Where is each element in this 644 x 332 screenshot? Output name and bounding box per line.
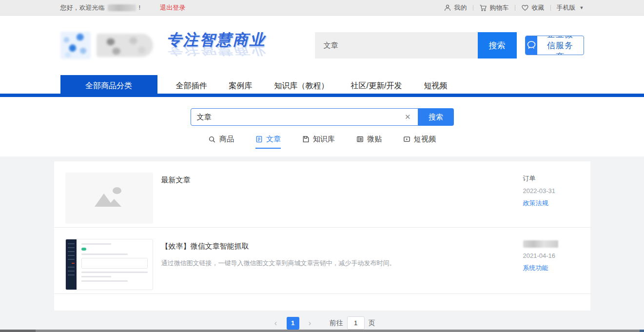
- header-search-input[interactable]: [315, 32, 478, 59]
- result-search-button[interactable]: 搜索: [418, 108, 454, 126]
- result-description: 通过微信图文链接，一键导入微信图文文章到商城文章营销中，减少手动发布时间。: [161, 258, 523, 268]
- heart-icon: [521, 4, 529, 12]
- goto-label: 前往: [330, 319, 343, 328]
- tab-goods[interactable]: 商品: [208, 135, 234, 149]
- result-title[interactable]: 最新文章: [161, 176, 523, 185]
- search-icon: [208, 136, 216, 143]
- video-icon: [403, 136, 410, 143]
- result-search-field: ✕: [191, 108, 418, 126]
- wecom-service-button[interactable]: 企业微信服务商: [525, 36, 584, 55]
- tab-goods-label: 商品: [219, 135, 234, 144]
- tab-posts[interactable]: 微贴: [356, 135, 382, 149]
- nav-item-shortvideo[interactable]: 短视频: [424, 81, 447, 91]
- goto-page-input[interactable]: [347, 316, 365, 330]
- tab-shortvideo[interactable]: 短视频: [403, 135, 436, 149]
- thumbnail-admin-sidebar: [66, 239, 77, 290]
- mobile-version-menu[interactable]: 手机版 ▼: [557, 3, 584, 12]
- result-2-thumbnail: [65, 239, 153, 290]
- clear-icon[interactable]: ✕: [404, 113, 412, 121]
- knowledge-icon: [302, 136, 310, 143]
- result-search-input[interactable]: [197, 113, 404, 121]
- greeting: 您好，欢迎光临 ! 退出登录: [60, 3, 186, 12]
- result-row-2[interactable]: 【效率】微信文章智能抓取 通过微信图文链接，一键导入微信图文文章到商城文章营销中…: [54, 228, 590, 294]
- blurred-username: [108, 4, 136, 11]
- blurred-category: [523, 240, 558, 248]
- mobile-version-label: 手机版: [557, 3, 576, 12]
- tab-posts-label: 微贴: [367, 135, 382, 144]
- result-date: 2022-03-31: [523, 187, 583, 195]
- user-icon: [444, 4, 451, 12]
- blurred-logo-name: [97, 34, 153, 57]
- prev-page-icon[interactable]: ‹: [269, 317, 283, 330]
- thumbnail-admin-form: [77, 239, 153, 290]
- tab-knowledge[interactable]: 知识库: [302, 135, 335, 149]
- greeting-prefix: 您好，欢迎光临: [60, 3, 105, 12]
- bottom-strip: [0, 330, 644, 332]
- wecom-service-label: 企业微信服务商: [537, 36, 584, 55]
- bottom-strip-middle: [36, 330, 640, 332]
- topbar-divider: [515, 5, 515, 11]
- nav-all-categories[interactable]: 全部商品分类: [60, 75, 157, 97]
- next-page-icon[interactable]: ›: [303, 317, 317, 330]
- search-section: ✕ 搜索 商品 文章 知: [0, 97, 644, 156]
- topbar-divider: [550, 5, 551, 11]
- bottom-strip-left: [0, 330, 36, 332]
- result-date: 2021-04-16: [523, 252, 583, 259]
- nav-item-cases[interactable]: 案例库: [229, 81, 253, 91]
- nav-item-community[interactable]: 社区/更新/开发: [351, 81, 402, 91]
- my-account-link[interactable]: 我的: [444, 3, 467, 12]
- brand-slogan: 专注智慧商业 专注智慧商业: [167, 32, 266, 59]
- image-placeholder-icon: [92, 185, 126, 212]
- brand-slogan-reflection: 专注智慧商业: [167, 46, 266, 57]
- result-1-thumbnail: [65, 173, 153, 224]
- tab-shortvideo-label: 短视频: [414, 135, 436, 144]
- results-card: 最新文章 订单 2022-03-31 政策法规: [54, 161, 590, 311]
- result-category: 订单: [523, 174, 583, 183]
- card-footer-spacer: [54, 294, 590, 311]
- page-number-1[interactable]: 1: [287, 317, 299, 330]
- result-tag-link[interactable]: 政策法规: [523, 199, 583, 208]
- result-row-1[interactable]: 最新文章 订单 2022-03-31 政策法规: [54, 161, 590, 228]
- cart-icon: [479, 4, 487, 12]
- logout-link[interactable]: 退出登录: [160, 3, 185, 12]
- article-icon: [255, 136, 263, 143]
- tab-knowledge-label: 知识库: [313, 135, 335, 144]
- cart-link[interactable]: 购物车: [479, 3, 509, 12]
- cart-label: 购物车: [490, 3, 509, 12]
- topbar: 您好，欢迎光临 ! 退出登录 我的 购物车: [0, 0, 644, 16]
- result-type-tabs: 商品 文章 知识库 微贴: [0, 135, 644, 149]
- topbar-divider: [473, 5, 473, 11]
- post-icon: [356, 136, 364, 143]
- page-unit-label: 页: [369, 319, 375, 328]
- caret-down-icon: ▼: [580, 5, 584, 10]
- header-search: 搜索: [315, 32, 517, 59]
- header-search-button[interactable]: 搜索: [478, 32, 517, 59]
- favorites-link[interactable]: 收藏: [521, 3, 545, 12]
- tab-articles-label: 文章: [266, 135, 281, 144]
- result-title[interactable]: 【效率】微信文章智能抓取: [161, 242, 523, 251]
- bottom-strip-right: [640, 330, 644, 332]
- nav-item-knowledge[interactable]: 知识库（教程）: [274, 81, 329, 91]
- main-navbar: 全部商品分类 全部插件 案例库 知识库（教程） 社区/更新/开发 短视频: [0, 75, 644, 97]
- site-header: 专注智慧商业 专注智慧商业 搜索 企业微信服务商: [0, 16, 644, 75]
- site-logo[interactable]: [60, 32, 153, 59]
- my-account-label: 我的: [454, 3, 467, 12]
- favorites-label: 收藏: [532, 3, 545, 12]
- results-area: 最新文章 订单 2022-03-31 政策法规: [0, 156, 644, 330]
- blurred-logo-mark: [60, 32, 91, 59]
- nav-item-plugins[interactable]: 全部插件: [176, 81, 207, 91]
- result-tag-link[interactable]: 系统功能: [523, 264, 583, 273]
- pagination: ‹ 1 › 前往 页: [0, 316, 644, 330]
- tab-articles[interactable]: 文章: [255, 135, 281, 149]
- greeting-suffix: !: [139, 4, 141, 11]
- wecom-chat-icon: [526, 36, 537, 55]
